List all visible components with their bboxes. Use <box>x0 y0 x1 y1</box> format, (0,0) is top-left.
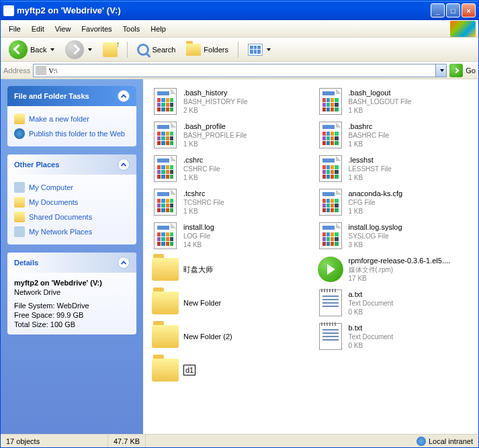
window-title: myftp2 on 'Webdrive' (V:) <box>17 5 431 15</box>
file-item[interactable]: d1 <box>150 355 307 386</box>
folders-button[interactable]: Folders <box>182 42 232 57</box>
forward-button[interactable] <box>61 39 96 60</box>
place-my-documents[interactable]: My Documents <box>14 195 130 210</box>
menu-file[interactable]: File <box>3 23 26 35</box>
folder-icon <box>186 44 201 56</box>
file-name: anaconda-ks.cfg <box>349 189 403 198</box>
file-item[interactable]: .cshrcCSHRC File1 KB <box>150 153 307 184</box>
views-button[interactable] <box>244 42 275 57</box>
file-name: .bashrc <box>349 122 390 131</box>
file-type: BASH_LOGOUT File <box>349 97 412 106</box>
separator <box>127 42 128 58</box>
address-field-wrap <box>33 64 447 77</box>
collapse-icon <box>118 257 130 269</box>
file-name: New Folder <box>183 298 221 308</box>
shared-folder-icon <box>14 212 25 222</box>
file-item[interactable]: .bash_profileBASH_PROFILE File1 KB <box>150 120 307 150</box>
file-list[interactable]: .bash_historyBASH_HISTORY File2 KB.bash_… <box>143 79 478 434</box>
collapse-icon <box>118 90 130 102</box>
chevron-down-icon <box>88 48 92 51</box>
file-size: 1 KB <box>183 140 247 148</box>
file-name: b.txt <box>349 323 394 332</box>
file-item[interactable]: New Folder (2) <box>150 321 307 352</box>
place-my-computer[interactable]: My Computer <box>14 180 130 195</box>
windows-logo-icon <box>450 21 476 37</box>
menu-view[interactable]: View <box>50 23 77 35</box>
file-item[interactable]: a.txtText Document0 KB <box>315 287 472 318</box>
go-button[interactable] <box>449 64 463 77</box>
file-item[interactable]: 盯盘大师 <box>150 254 307 285</box>
file-item[interactable]: install.logLOG File14 KB <box>150 220 307 251</box>
search-icon <box>137 44 149 56</box>
file-size: 1 KB <box>183 173 220 182</box>
file-item[interactable]: rpmforge-release-0.3.6-1.el5....媒体文件(.rp… <box>315 254 472 285</box>
file-name: .cshrc <box>183 155 220 165</box>
content-area: File and Folder Tasks Make a new folder … <box>1 79 478 434</box>
search-button[interactable]: Search <box>133 42 179 57</box>
up-button[interactable] <box>99 41 122 58</box>
file-item[interactable]: .bash_historyBASH_HISTORY File2 KB <box>150 86 307 117</box>
menu-edit[interactable]: Edit <box>26 23 50 35</box>
places-header[interactable]: Other Places <box>7 154 136 175</box>
file-item[interactable]: .lesshstLESSHST File1 KB <box>315 153 472 184</box>
task-publish-web[interactable]: Publish this folder to the Web <box>14 126 130 141</box>
close-button[interactable]: × <box>462 3 476 17</box>
generic-file-icon <box>154 122 177 148</box>
file-name-editing[interactable]: d1 <box>183 365 195 375</box>
folder-up-icon <box>103 42 118 57</box>
details-title: myftp2 on 'Webdrive' (V:) <box>14 278 130 287</box>
file-type: Text Document <box>349 332 394 341</box>
file-name: a.txt <box>349 289 394 299</box>
generic-file-icon <box>154 222 177 249</box>
file-item[interactable]: .bashrcBASHRC File1 KB <box>315 120 472 150</box>
address-input[interactable] <box>48 66 435 75</box>
menubar: File Edit View Favorites Tools Help <box>1 20 478 38</box>
file-item[interactable]: .bash_logoutBASH_LOGOUT File1 KB <box>315 86 472 117</box>
file-item[interactable]: .tcshrcTCSHRC File1 KB <box>150 187 307 218</box>
menu-favorites[interactable]: Favorites <box>76 23 117 35</box>
minimize-button[interactable]: _ <box>431 3 445 17</box>
file-size: 0 KB <box>349 308 394 316</box>
forward-icon <box>65 40 84 59</box>
task-new-folder[interactable]: Make a new folder <box>14 111 130 126</box>
file-item[interactable]: anaconda-ks.cfgCFG File1 KB <box>315 187 472 218</box>
back-button[interactable]: Back <box>5 39 58 60</box>
file-item[interactable]: New Folder <box>150 287 307 318</box>
back-icon <box>9 40 28 59</box>
place-network[interactable]: My Network Places <box>14 224 130 239</box>
place-label: My Documents <box>29 198 78 206</box>
place-shared-documents[interactable]: Shared Documents <box>14 210 130 224</box>
explorer-window: myftp2 on 'Webdrive' (V:) _ □ × File Edi… <box>0 0 479 448</box>
file-type: SYSLOG File <box>349 232 402 240</box>
status-zone: Local intranet <box>411 435 478 447</box>
tasks-header[interactable]: File and Folder Tasks <box>7 86 136 106</box>
titlebar[interactable]: myftp2 on 'Webdrive' (V:) _ □ × <box>1 1 478 20</box>
computer-icon <box>14 182 25 193</box>
address-dropdown[interactable] <box>435 64 446 77</box>
chevron-down-icon <box>267 48 271 51</box>
file-name: .lesshst <box>349 155 392 165</box>
file-size: 1 KB <box>183 207 224 216</box>
status-zone-label: Local intranet <box>429 437 473 445</box>
details-header[interactable]: Details <box>7 253 136 273</box>
file-type: 媒体文件(.rpm) <box>349 265 451 274</box>
search-label: Search <box>152 46 175 54</box>
file-item[interactable]: install.log.syslogSYSLOG File3 KB <box>315 220 472 251</box>
menu-help[interactable]: Help <box>145 23 171 35</box>
file-size: 17 KB <box>349 274 451 283</box>
details-header-label: Details <box>14 259 38 267</box>
generic-file-icon <box>319 189 342 216</box>
media-icon <box>318 257 343 282</box>
places-header-label: Other Places <box>14 161 59 169</box>
statusbar: 17 objects 47.7 KB Local intranet <box>1 434 478 447</box>
zone-icon <box>417 437 426 446</box>
file-item[interactable]: b.txtText Document0 KB <box>315 321 472 352</box>
sidebar: File and Folder Tasks Make a new folder … <box>1 79 143 434</box>
maximize-button[interactable]: □ <box>446 3 460 17</box>
menu-tools[interactable]: Tools <box>118 23 146 35</box>
file-size: 1 KB <box>349 140 390 148</box>
generic-file-icon <box>319 222 342 249</box>
file-size: 1 KB <box>349 207 403 216</box>
drive-icon <box>36 66 46 75</box>
file-size: 1 KB <box>349 106 412 115</box>
